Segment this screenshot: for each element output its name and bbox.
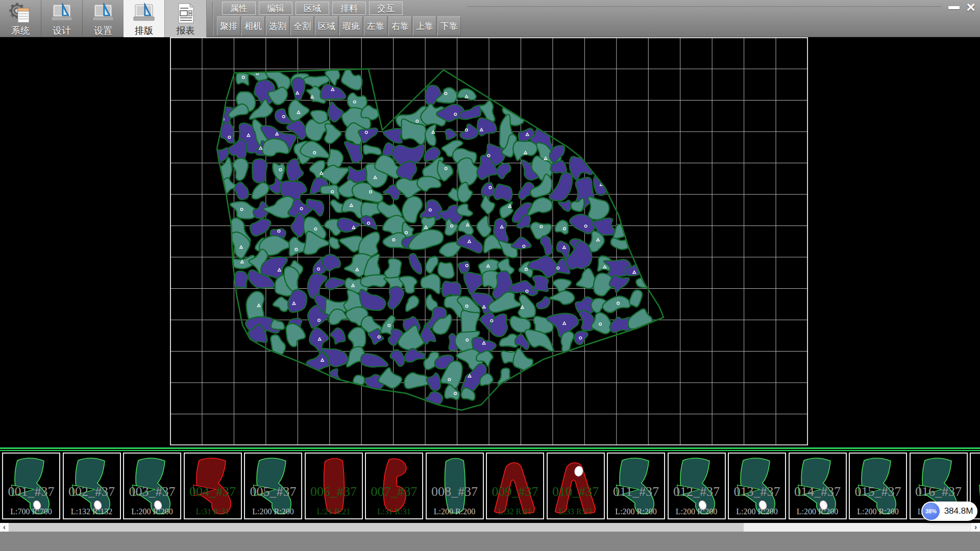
piece-name-label: 002_#37 [64, 484, 120, 499]
menu-tab-interaction[interactable]: 交互 [369, 2, 403, 15]
thumbnail-cell[interactable]: 002_#37L:132 R:132 [63, 453, 121, 519]
piece-lr-count-label: L:200 R:200 [669, 507, 725, 516]
piece-lr-count-label: L:200 R:200 [850, 507, 906, 516]
thumbnail-cell[interactable]: 003_#37L:200 R:200 [123, 453, 181, 519]
cpu-percent-label: 38% [925, 508, 937, 514]
thumbnail-cell[interactable]: 010_#37L:33 R:33 [547, 453, 605, 519]
strip-top-line-2 [0, 450, 980, 451]
piece-name-label: 011_#37 [608, 484, 664, 499]
thumbnail-cell[interactable]: 007_#37L:31 R:31 [365, 453, 423, 519]
piece-name-label: 013_#37 [729, 484, 785, 499]
thumbnail-cell[interactable]: 015_#37L:200 R:200 [849, 453, 907, 519]
thumbnail-cell[interactable]: 011_#37L:200 R:200 [607, 453, 665, 519]
menu-tab-label: 属性 [230, 3, 248, 14]
menu-tab-properties[interactable]: 属性 [222, 2, 256, 15]
tool-button-select-cut[interactable]: 选割 [266, 16, 289, 36]
toolbar-button-label: 系统 [11, 26, 30, 36]
memory-usage-label: 384.8M [940, 506, 977, 516]
menu-tab-region[interactable]: 区域 [296, 2, 329, 15]
tool-button-label: 全割 [293, 20, 311, 32]
piece-thumbnail-strip: 001_#37L:700 R:700002_#37L:132 R:132003_… [0, 447, 980, 522]
piece-lr-count-label: L:200 R:200 [427, 507, 483, 516]
tool-button-align-right[interactable]: 右靠 [388, 16, 412, 36]
tool-button-label: 相机 [244, 20, 262, 32]
tool-button-label: 区域 [318, 20, 335, 32]
thumbnail-cell[interactable]: 004_#37L:31 R:31 [184, 453, 242, 519]
toolbar-separator [212, 2, 213, 35]
minimize-button[interactable] [946, 2, 962, 13]
toolbar-button-layout[interactable]: 排版 [124, 0, 165, 37]
toolbar-button-label: 报表 [177, 26, 195, 36]
system-gear-icon [9, 2, 32, 26]
piece-lr-count-label: L:132 R:132 [64, 507, 120, 516]
piece-name-label: 006_#37 [306, 484, 362, 499]
tool-button-cut-all[interactable]: 全割 [290, 16, 314, 36]
thumbnail-cell[interactable]: 013_#37L:200 R:200 [728, 453, 786, 519]
piece-lr-count-label: L:31 R:31 [366, 507, 422, 516]
toolbar-button-design[interactable]: 设计 [41, 0, 83, 37]
memory-monitor-badge[interactable]: 38% 384.8M [921, 502, 977, 521]
design-ruler-icon [50, 2, 74, 26]
toolbar-button-report[interactable]: 报表 [165, 0, 207, 37]
tool-button-align-top[interactable]: 上靠 [413, 16, 436, 36]
tool-button-region[interactable]: 区域 [315, 16, 338, 36]
scroll-left-button[interactable]: ‹ [0, 523, 9, 532]
tool-button-label: 聚排 [220, 20, 237, 32]
thumbnail-cell[interactable]: 005_#37L:200 R:200 [244, 453, 302, 519]
tool-button-label: 下靠 [440, 20, 458, 32]
piece-name-label: 008_#37 [427, 484, 483, 499]
tool-button-defect[interactable]: 瑕疵 [339, 16, 363, 36]
close-button[interactable]: × [963, 1, 979, 14]
piece-name-label: 012_#37 [669, 484, 725, 499]
chevron-left-icon: ‹ [3, 522, 6, 531]
menu-tab-nesting[interactable]: 排料 [332, 2, 366, 15]
tool-button-align-bottom[interactable]: 下靠 [437, 16, 461, 36]
strip-top-line [0, 447, 980, 449]
scrollbar-thumb[interactable] [9, 523, 744, 532]
settings-ruler-icon [91, 2, 115, 26]
cpu-percent-bubble: 38% [922, 503, 940, 520]
toolbar-button-label: 排版 [135, 26, 153, 36]
tool-button-label: 右靠 [391, 20, 409, 32]
nesting-canvas-svg[interactable] [170, 37, 808, 445]
piece-lr-count-label: L:200 R:200 [124, 507, 180, 516]
application-window: 系统 设计 [0, 0, 980, 551]
tool-button-camera[interactable]: 相机 [241, 16, 265, 36]
horizontal-scrollbar[interactable]: ‹ › [0, 523, 980, 532]
toolbar-button-settings[interactable]: 设置 [83, 0, 124, 37]
tool-button-align-left[interactable]: 左靠 [364, 16, 387, 36]
tool-button-label: 上靠 [416, 20, 433, 32]
thumbnail-cell[interactable]: 014_#37L:200 R:200 [789, 453, 847, 519]
thumbnail-cell[interactable]: 008_#37L:200 R:200 [426, 453, 484, 519]
menu-tab-label: 交互 [377, 3, 395, 14]
thumbnail-cell[interactable]: 009_#37L:32 R:31 [486, 453, 544, 519]
nesting-canvas[interactable] [170, 37, 808, 445]
piece-lr-count-label: L:200 R:200 [245, 507, 301, 516]
toolbar-button-system[interactable]: 系统 [0, 0, 41, 37]
minimize-icon [948, 6, 960, 9]
piece-lr-count-label: L:21 R:21 [306, 507, 362, 516]
menu-tab-label: 编辑 [267, 3, 284, 14]
piece-name-label: 001_#37 [3, 484, 59, 499]
thumbnail-cell[interactable]: 012_#37L:200 R:200 [668, 453, 726, 519]
tool-button-label: 选割 [269, 20, 286, 32]
piece-name-label: 003_#37 [124, 484, 180, 499]
chevron-right-icon: › [974, 522, 977, 531]
scroll-right-button[interactable]: › [971, 523, 980, 532]
thumbnail-cell[interactable]: 006_#37L:21 R:21 [305, 453, 363, 519]
status-bar [0, 532, 980, 551]
tool-button-label: 瑕疵 [342, 20, 360, 32]
close-icon: × [966, 1, 975, 13]
menu-tab-edit[interactable]: 编辑 [259, 2, 292, 15]
layout-ruler-icon [132, 2, 156, 26]
piece-lr-count-label: L:200 R:200 [608, 507, 664, 516]
piece-name-label: 009_#37 [487, 484, 543, 499]
thumbnail-cell[interactable]: 001_#37L:700 R:700 [2, 453, 60, 519]
piece-lr-count-label: L:200 R:200 [729, 507, 785, 516]
toolbar-button-label: 设置 [94, 26, 112, 36]
tool-button-cluster-nest[interactable]: 聚排 [217, 16, 240, 36]
report-doc-icon [174, 2, 198, 26]
top-toolbar: 系统 设计 [0, 0, 980, 37]
piece-name-label: 007_#37 [366, 484, 422, 499]
piece-lr-count-label: L:700 R:700 [3, 507, 59, 516]
